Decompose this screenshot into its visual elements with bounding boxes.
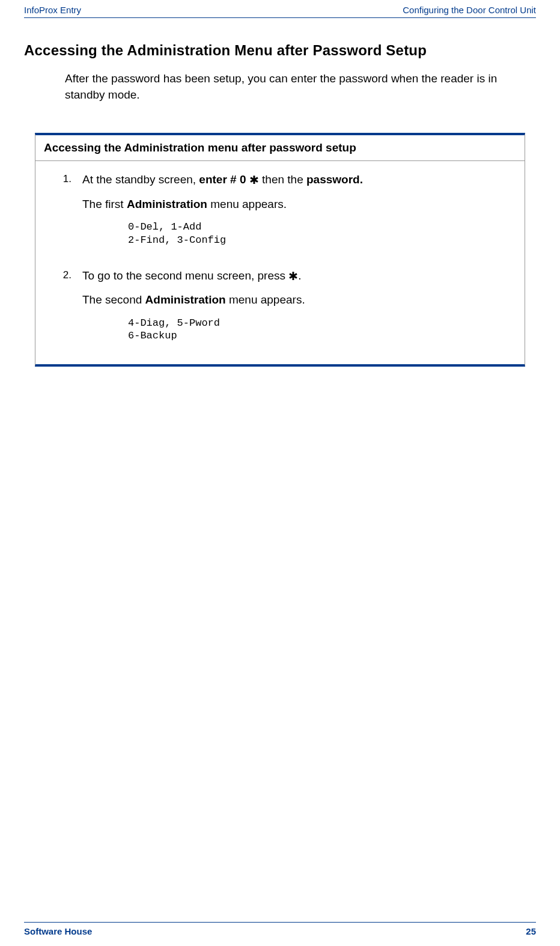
procedure-step: 2. To go to the second menu screen, pres… — [45, 268, 515, 343]
text: menu appears. — [226, 293, 305, 306]
step-line: The first Administration menu appears. — [82, 197, 363, 213]
procedure-step: 1. At the standby screen, enter # 0 ✱ th… — [45, 172, 515, 257]
text: To go to the second menu screen, press — [82, 269, 288, 282]
text: then the — [259, 173, 306, 186]
text: At the standby screen, — [82, 173, 199, 186]
step-content: To go to the second menu screen, press ✱… — [82, 268, 305, 343]
footer-left: Software House — [24, 926, 92, 936]
step-line: The second Administration menu appears. — [82, 292, 305, 308]
bold-text: password. — [306, 173, 363, 186]
page-footer: Software House 25 — [24, 922, 536, 936]
star-icon: ✱ — [288, 269, 298, 285]
page-header: InfoProx Entry Configuring the Door Cont… — [24, 0, 536, 18]
bold-text: enter # 0 — [199, 173, 249, 186]
procedure-box: Accessing the Administration menu after … — [35, 133, 525, 366]
text: . — [298, 269, 301, 282]
code-block: 4-Diag, 5-Pword 6-Backup — [128, 317, 305, 343]
step-line: At the standby screen, enter # 0 ✱ then … — [82, 172, 363, 188]
step-content: At the standby screen, enter # 0 ✱ then … — [82, 172, 363, 257]
bold-text: Administration — [127, 198, 207, 210]
step-number: 1. — [45, 172, 82, 257]
footer-page-number: 25 — [526, 926, 536, 936]
header-right: Configuring the Door Control Unit — [403, 5, 536, 15]
step-number: 2. — [45, 268, 82, 343]
code-block: 0-Del, 1-Add 2-Find, 3-Config — [128, 221, 363, 246]
procedure-title: Accessing the Administration menu after … — [35, 135, 525, 161]
intro-paragraph: After the password has been setup, you c… — [65, 71, 536, 103]
step-line: To go to the second menu screen, press ✱… — [82, 268, 305, 284]
page-title: Accessing the Administration Menu after … — [24, 42, 536, 59]
text: menu appears. — [207, 198, 287, 210]
text: The first — [82, 198, 127, 210]
header-left: InfoProx Entry — [24, 5, 81, 15]
text: The second — [82, 293, 145, 306]
procedure-body: 1. At the standby screen, enter # 0 ✱ th… — [35, 161, 525, 364]
bold-text: Administration — [145, 293, 226, 306]
star-icon: ✱ — [249, 172, 259, 189]
